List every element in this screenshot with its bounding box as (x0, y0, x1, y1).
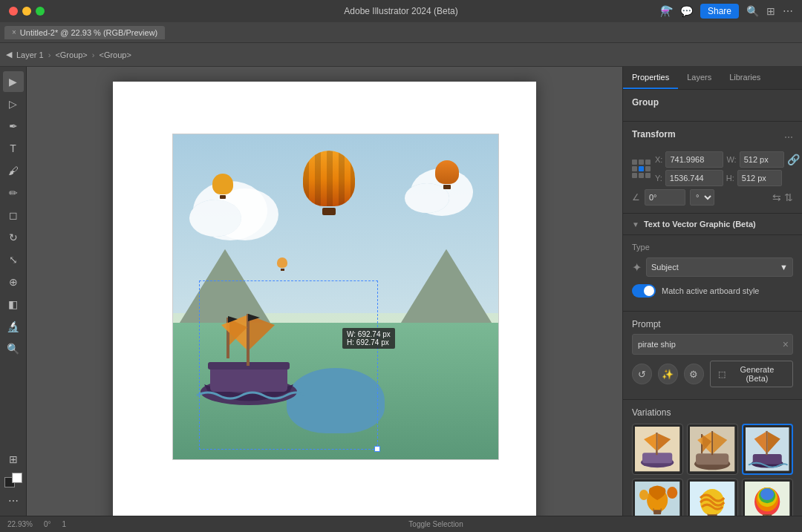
paintbrush-tool[interactable]: 🖌 (3, 160, 24, 181)
prompt-section: Prompt × ↺ ✨ ⚙ ⬚ Generate (Beta) (623, 312, 802, 400)
breadcrumb-group-2[interactable]: <Group> (99, 50, 131, 59)
transform-anchor[interactable] (632, 160, 651, 178)
minimize-button[interactable] (22, 7, 31, 16)
magic-icon[interactable]: ✨ (658, 364, 678, 384)
close-button[interactable] (9, 7, 18, 16)
artboard-tool[interactable]: ⊞ (3, 449, 24, 470)
maximize-button[interactable] (36, 7, 45, 16)
type-value: Subject (651, 263, 679, 272)
type-tool[interactable]: T (3, 138, 24, 159)
shape-builder-tool[interactable]: ⊕ (3, 272, 24, 292)
tooltip-height: H: 692.74 px (347, 338, 391, 347)
rotate-tool[interactable]: ↻ (3, 227, 24, 248)
type-dropdown-icon: ▼ (780, 263, 788, 272)
variation-6[interactable] (742, 479, 793, 516)
generate-icon: ⬚ (718, 370, 726, 379)
type-select[interactable]: Subject ▼ (646, 257, 793, 277)
more-icon[interactable]: ⋯ (783, 5, 793, 17)
gradient-tool[interactable]: ◧ (3, 294, 24, 315)
subject-icon: ✦ (632, 260, 642, 275)
flask-icon[interactable]: ⚗️ (660, 5, 673, 17)
variation-1[interactable] (632, 424, 683, 475)
tvg-header[interactable]: ▼ Text to Vector Graphic (Beta) (623, 214, 802, 235)
panel-tabs: Properties Layers Libraries (623, 67, 802, 90)
breadcrumb-group-1[interactable]: <Group> (55, 50, 87, 59)
prompt-input[interactable] (632, 334, 793, 355)
tab-layers[interactable]: Layers (678, 67, 720, 89)
canvas-area[interactable]: W: 692.74 px H: 692.74 px (27, 67, 622, 516)
transform-more-icon[interactable]: ⋯ (784, 132, 793, 142)
balloon-sm3-basket (281, 269, 284, 271)
balloon-stripes (303, 151, 355, 206)
svg-rect-12 (711, 431, 713, 455)
variations-grid (632, 424, 793, 516)
direct-select-tool[interactable]: ▷ (3, 93, 24, 114)
breadcrumb-sep-1: › (48, 50, 51, 59)
main-layout: ▶ ▷ ✒ T 🖌 ✏ ◻ ↻ ⤡ ⊕ ◧ 🔬 🔍 ⊞ ⋯ (0, 67, 802, 516)
w-input[interactable] (740, 151, 784, 168)
right-panel: Properties Layers Libraries Group Transf… (622, 67, 802, 516)
zoom-level: 22.93% (7, 520, 33, 528)
group-label: Group (632, 97, 793, 108)
refresh-icon[interactable]: ↺ (632, 364, 652, 384)
left-toolbar: ▶ ▷ ✒ T 🖌 ✏ ◻ ↻ ⤡ ⊕ ◧ 🔬 🔍 ⊞ ⋯ (0, 67, 27, 516)
y-input[interactable] (665, 170, 723, 186)
search-icon[interactable]: 🔍 (746, 5, 759, 17)
more-tools[interactable]: ⋯ (3, 490, 24, 511)
title-bar-left (9, 7, 45, 16)
variations-label: Variations (632, 407, 793, 418)
variation-2[interactable] (687, 424, 738, 475)
variation-4-svg (635, 482, 679, 516)
tvg-label: Text to Vector Graphic (Beta) (644, 220, 756, 229)
angle-dropdown[interactable]: ° (690, 189, 714, 206)
tooltip-width: W: 692.74 px (347, 330, 391, 338)
flip-v-icon[interactable]: ⇅ (784, 191, 793, 203)
breadcrumb-layer[interactable]: Layer 1 (16, 50, 44, 59)
zoom-tool[interactable]: 🔍 (3, 338, 24, 359)
arrow-icon: ◀ (6, 50, 12, 59)
panels-icon[interactable]: ⊞ (766, 5, 775, 17)
selection-tool[interactable]: ▶ (3, 71, 24, 92)
tab-properties[interactable]: Properties (623, 67, 678, 89)
h-input[interactable] (737, 170, 782, 186)
link-icon[interactable]: 🔗 (787, 154, 800, 165)
app-title: Adobe Illustrator 2024 (Beta) (344, 6, 457, 16)
prompt-input-row: × (632, 334, 793, 355)
balloon-sm2-env (435, 160, 459, 184)
variation-4[interactable] (632, 479, 683, 516)
chat-icon[interactable]: 💬 (680, 5, 693, 17)
variation-5[interactable] (687, 479, 738, 516)
transform-icons: ⇆ ⇅ (772, 191, 793, 203)
artwork: W: 692.74 px H: 692.74 px (172, 134, 499, 460)
artwork-bg: W: 692.74 px H: 692.74 px (173, 134, 498, 459)
generate-button[interactable]: ⬚ Generate (Beta) (710, 361, 793, 387)
page-indicator: 1 (62, 520, 66, 528)
flip-h-icon[interactable]: ⇆ (772, 191, 781, 203)
prompt-clear-icon[interactable]: × (783, 338, 789, 350)
x-input[interactable] (665, 151, 723, 168)
settings-icon[interactable]: ⚙ (684, 364, 704, 384)
tab-bar: × Untitled-2* @ 22.93 % (RGB/Preview) (0, 22, 802, 43)
color-swatches[interactable] (4, 473, 22, 487)
tab-libraries[interactable]: Libraries (720, 67, 769, 89)
breadcrumb-bar: ◀ Layer 1 › <Group> › <Group> (0, 43, 802, 67)
generate-label: Generate (Beta) (729, 365, 785, 383)
balloon-sm3-env (277, 257, 287, 268)
tab-close-icon[interactable]: × (12, 28, 16, 36)
tab-label: Untitled-2* @ 22.93 % (RGB/Preview) (20, 28, 157, 37)
toggle-knob (644, 286, 654, 296)
eyedropper-tool[interactable]: 🔬 (3, 316, 24, 337)
tool-name: Toggle Selection (77, 520, 795, 528)
pencil-tool[interactable]: ✏ (3, 183, 24, 203)
share-button[interactable]: Share (700, 4, 739, 19)
eraser-tool[interactable]: ◻ (3, 205, 24, 226)
scale-tool[interactable]: ⤡ (3, 249, 24, 270)
angle-input[interactable] (645, 189, 685, 206)
tvg-section: Type ✦ Subject ▼ Match active artboard s… (623, 235, 802, 312)
variation-3[interactable] (742, 424, 793, 475)
resize-handle[interactable] (374, 446, 380, 452)
artboard-toggle[interactable] (632, 284, 656, 298)
document-tab[interactable]: × Untitled-2* @ 22.93 % (RGB/Preview) (4, 26, 165, 39)
angle-symbol: ∠ (632, 192, 640, 203)
pen-tool[interactable]: ✒ (3, 116, 24, 137)
